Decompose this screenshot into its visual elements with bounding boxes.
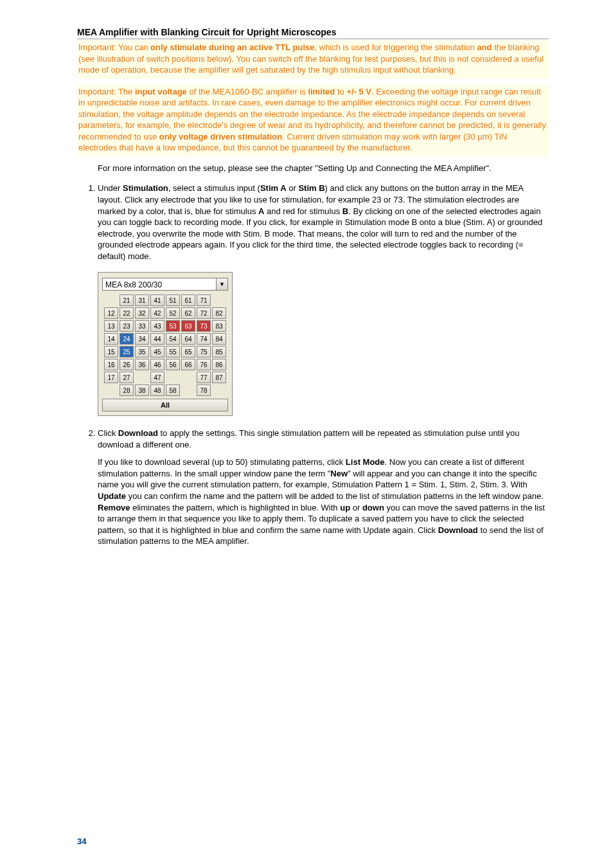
electrode-button[interactable]: 43	[150, 320, 164, 332]
electrode-button[interactable]: 64	[181, 333, 195, 345]
step-text: If you like to download several (up to 5…	[98, 457, 346, 467]
electrode-button[interactable]: 65	[181, 346, 195, 357]
step-text: eliminates the pattern, which is highlig…	[130, 503, 341, 512]
callout-text: Important: You can	[78, 42, 150, 52]
step-text: , select a stimulus input (	[168, 183, 260, 193]
page-title: MEA Amplifier with Blanking Circuit for …	[77, 27, 549, 39]
electrode-button[interactable]: 72	[197, 307, 211, 319]
step-bold: up	[340, 503, 350, 512]
electrode-button[interactable]: 62	[181, 307, 195, 319]
callout-bold: limited	[308, 87, 335, 96]
electrode-button[interactable]: 86	[212, 359, 226, 370]
step-text: or	[350, 503, 362, 512]
electrode-button[interactable]: 54	[166, 333, 180, 345]
electrode-button[interactable]: 48	[150, 384, 164, 396]
electrode-button[interactable]: 27	[120, 372, 134, 383]
electrode-button[interactable]: 45	[150, 346, 164, 357]
electrode-button[interactable]: 44	[150, 333, 164, 345]
step-bold: New	[330, 469, 348, 478]
electrode-button[interactable]: 24	[120, 333, 134, 345]
electrode-button[interactable]: 35	[135, 346, 149, 357]
electrode-button[interactable]: 41	[150, 294, 164, 306]
electrode-button[interactable]: 22	[120, 307, 134, 319]
step-text: to apply the settings. This single stimu…	[98, 428, 520, 449]
callout-bold: only voltage driven stimulation	[159, 132, 282, 141]
electrode-button[interactable]: 83	[212, 320, 226, 332]
step-text: you can confirm the name and the pattern…	[126, 491, 544, 501]
page-number: 34	[77, 836, 86, 846]
step-2: Click Download to apply the settings. Th…	[98, 428, 549, 547]
electrode-button[interactable]: 78	[197, 384, 211, 396]
important-callout-1: Important: You can only stimulate during…	[77, 41, 549, 78]
electrode-button[interactable]: 12	[104, 307, 118, 319]
mea-layout-panel: MEA 8x8 200/30 ▼ 21314151617112223242526…	[98, 272, 233, 416]
step-bold: Download	[118, 428, 158, 438]
step-1: Under Stimulation, select a stimulus inp…	[98, 183, 549, 416]
electrode-button[interactable]: 66	[181, 359, 195, 370]
callout-text: Important: The	[78, 87, 135, 96]
electrode-button[interactable]: 73	[197, 320, 211, 332]
electrode-button[interactable]: 87	[212, 372, 226, 383]
chevron-down-icon[interactable]: ▼	[217, 278, 228, 291]
step-bold: down	[362, 503, 384, 512]
electrode-button[interactable]: 16	[104, 359, 118, 370]
electrode-button[interactable]: 36	[135, 359, 149, 370]
step-bold: List Mode	[346, 457, 385, 467]
electrode-button[interactable]: 21	[120, 294, 134, 306]
electrode-button[interactable]: 31	[135, 294, 149, 306]
electrode-button[interactable]: 13	[104, 320, 118, 332]
electrode-button[interactable]: 28	[120, 384, 134, 396]
step-bold: Update	[98, 491, 126, 501]
step-text: and red for stimulus	[264, 206, 342, 216]
step-bold: Download	[438, 525, 478, 535]
electrode-button[interactable]: 58	[166, 384, 180, 396]
step-bold: B	[342, 206, 348, 216]
all-button[interactable]: All	[102, 399, 228, 411]
step-bold: Stimulation	[123, 183, 168, 193]
electrode-button[interactable]: 23	[120, 320, 134, 332]
electrode-button[interactable]: 63	[181, 320, 195, 332]
mea-layout-select[interactable]: MEA 8x8 200/30 ▼	[102, 278, 228, 291]
callout-bold: input voltage	[135, 87, 187, 96]
electrode-button[interactable]: 17	[104, 372, 118, 383]
step-text: or	[287, 183, 299, 193]
electrode-grid: 2131415161711222324252627282132333435363…	[102, 294, 228, 396]
important-callout-2: Important: The input voltage of the MEA1…	[77, 85, 549, 156]
electrode-button[interactable]: 38	[135, 384, 149, 396]
step-bold: A	[258, 206, 264, 216]
electrode-button[interactable]: 14	[104, 333, 118, 345]
electrode-button[interactable]: 32	[135, 307, 149, 319]
electrode-button[interactable]: 51	[166, 294, 180, 306]
electrode-button[interactable]: 33	[135, 320, 149, 332]
electrode-button[interactable]: 15	[104, 346, 118, 357]
callout-bold: and	[477, 42, 492, 52]
electrode-button[interactable]: 61	[181, 294, 195, 306]
callout-text: to	[335, 87, 346, 96]
electrode-button[interactable]: 85	[212, 346, 226, 357]
electrode-button[interactable]: 53	[166, 320, 180, 332]
info-paragraph: For more information on the setup, pleas…	[77, 163, 549, 174]
electrode-button[interactable]: 42	[150, 307, 164, 319]
electrode-button[interactable]: 76	[197, 359, 211, 370]
electrode-button[interactable]: 46	[150, 359, 164, 370]
electrode-button[interactable]: 75	[197, 346, 211, 357]
electrode-button[interactable]: 55	[166, 346, 180, 357]
electrode-button[interactable]: 52	[166, 307, 180, 319]
electrode-button[interactable]: 82	[212, 307, 226, 319]
step-bold: Stim B	[298, 183, 324, 193]
electrode-button[interactable]: 56	[166, 359, 180, 370]
step-bold: Remove	[98, 503, 130, 512]
electrode-button[interactable]: 47	[150, 372, 164, 383]
electrode-button[interactable]: 77	[197, 372, 211, 383]
step-text: Under	[98, 183, 123, 193]
mea-layout-value: MEA 8x8 200/30	[102, 278, 217, 291]
callout-text: , which is used for triggering the stimu…	[315, 42, 477, 52]
electrode-button[interactable]: 74	[197, 333, 211, 345]
electrode-button[interactable]: 34	[135, 333, 149, 345]
electrode-button[interactable]: 71	[197, 294, 211, 306]
electrode-button[interactable]: 26	[120, 359, 134, 370]
step-text: Click	[98, 428, 118, 438]
electrode-button[interactable]: 25	[120, 346, 134, 357]
step-bold: Stim A	[260, 183, 287, 193]
electrode-button[interactable]: 84	[212, 333, 226, 345]
